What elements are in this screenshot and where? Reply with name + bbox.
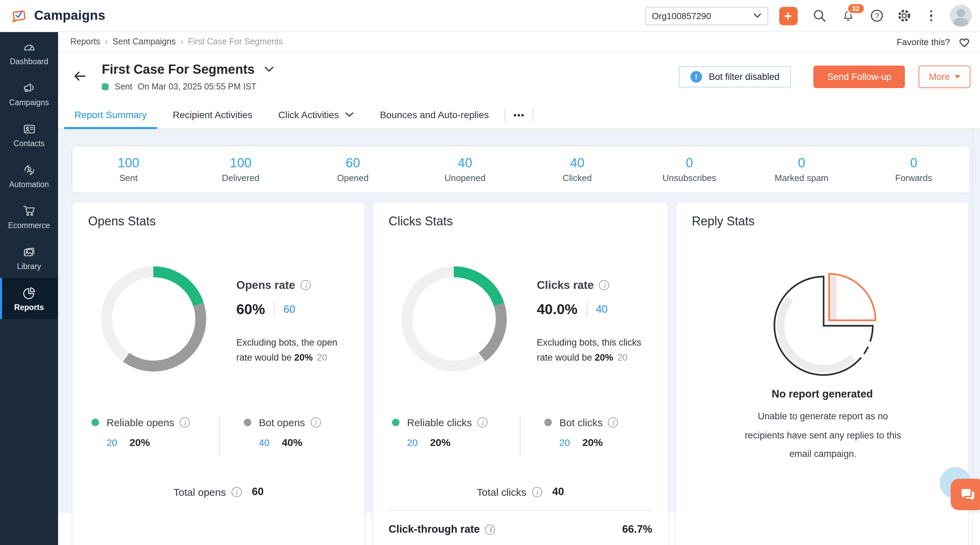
tab-recipient-activities[interactable]: Recipient Activities <box>162 101 262 129</box>
chevron-down-icon <box>345 112 354 118</box>
legend-label: Reliable opens <box>107 416 175 428</box>
info-icon[interactable]: i <box>477 417 488 427</box>
sidebar-item-reports[interactable]: Reports <box>0 278 58 319</box>
opens-rate-value: 60% <box>236 301 265 318</box>
automation-icon <box>22 162 37 178</box>
stat-value[interactable]: 0 <box>745 156 858 171</box>
total-clicks-value: 40 <box>552 486 564 498</box>
legend-label: Bot clicks <box>559 416 603 428</box>
stat-label: Unopened <box>409 173 522 183</box>
sidebar-item-label: Ecommerce <box>8 221 50 229</box>
notifications-button[interactable]: 32 <box>841 8 855 23</box>
stat-value[interactable]: 0 <box>858 156 970 171</box>
info-icon[interactable]: i <box>231 486 242 497</box>
stat-label: Clicked <box>521 173 633 183</box>
total-opens-label: Total opens <box>173 486 226 497</box>
gear-icon <box>897 9 911 22</box>
breadcrumb-reports[interactable]: Reports <box>70 37 100 46</box>
dashboard-icon <box>22 40 37 55</box>
chevron-down-icon <box>753 13 761 18</box>
search-button[interactable] <box>812 9 826 22</box>
help-button[interactable]: ? <box>870 9 883 22</box>
stat-clicked: 40 Clicked <box>521 156 633 183</box>
reports-pie-icon <box>22 286 37 300</box>
heart-icon <box>958 36 970 48</box>
tab-bounces-auto-replies[interactable]: Bounces and Auto-replies <box>369 101 499 129</box>
campaign-header: First Case For Segments Sent On Mar 03, … <box>58 52 980 101</box>
legend-count[interactable]: 40 <box>259 437 269 448</box>
app-name: Campaigns <box>34 8 105 23</box>
legend-count[interactable]: 20 <box>107 437 117 448</box>
divider <box>388 510 652 511</box>
gray-legend-dot <box>544 419 552 426</box>
sidebar-item-campaigns[interactable]: Campaigns <box>0 73 58 114</box>
total-clicks-label: Total clicks <box>477 486 526 497</box>
opens-rate-label: Opens rate <box>236 279 295 292</box>
stat-value[interactable]: 100 <box>185 156 297 171</box>
stat-value[interactable]: 40 <box>409 156 522 171</box>
tabs-overflow-button[interactable]: ••• <box>505 101 533 129</box>
legend-divider <box>219 415 220 456</box>
info-icon[interactable]: i <box>301 280 311 290</box>
stat-label: Delivered <box>185 173 297 183</box>
no-report-message: Unable to generate report as no recipien… <box>737 407 909 464</box>
info-icon[interactable]: i <box>608 417 618 427</box>
stat-value[interactable]: 60 <box>297 156 409 171</box>
clicks-count[interactable]: 40 <box>596 303 608 316</box>
search-icon <box>812 9 826 22</box>
back-button[interactable] <box>73 70 86 85</box>
sidebar-item-ecommerce[interactable]: Ecommerce <box>0 196 58 237</box>
total-opens-value: 60 <box>252 486 264 498</box>
stat-value[interactable]: 0 <box>633 156 746 171</box>
opens-stats-card: Opens Stats Opens rate i 60% 60 Excludin… <box>72 202 365 545</box>
avatar[interactable] <box>950 5 972 27</box>
campaign-title-dropdown[interactable] <box>264 66 274 72</box>
legend-count[interactable]: 20 <box>407 437 418 448</box>
reliable-clicks-legend: Reliable clicks i 20 20% <box>392 416 488 448</box>
report-content: 100 Sent 100 Delivered 60 Opened 40 Unop… <box>58 129 980 513</box>
sidebar-item-dashboard[interactable]: Dashboard <box>0 32 58 73</box>
opens-count[interactable]: 60 <box>283 303 295 316</box>
summary-stats-card: 100 Sent 100 Delivered 60 Opened 40 Unop… <box>72 145 970 193</box>
legend-count[interactable]: 20 <box>559 437 570 448</box>
stat-forwards: 0 Forwards <box>858 156 970 183</box>
chat-widget-button[interactable] <box>951 479 980 510</box>
favorite-heart-button[interactable] <box>958 36 970 48</box>
settings-button[interactable] <box>897 9 911 22</box>
info-icon[interactable]: i <box>485 524 495 534</box>
stat-opened: 60 Opened <box>297 156 409 183</box>
sidebar-item-label: Campaigns <box>9 99 49 106</box>
legend-percent: 40% <box>282 436 302 448</box>
send-followup-button[interactable]: Send Follow-up <box>814 65 905 88</box>
info-icon[interactable]: i <box>310 417 321 427</box>
sidebar-item-contacts[interactable]: Contacts <box>0 114 58 155</box>
info-icon[interactable]: i <box>180 417 190 427</box>
alert-info-icon: ! <box>690 71 702 82</box>
reply-pie-illustration <box>762 261 885 384</box>
org-selector[interactable]: Org100857290 <box>645 6 768 25</box>
sidebar-item-library[interactable]: Library <box>0 237 58 278</box>
tab-report-summary[interactable]: Report Summary <box>64 101 157 129</box>
chevron-down-icon <box>264 66 274 72</box>
breadcrumb-sent-campaigns[interactable]: Sent Campaigns <box>113 37 176 46</box>
clicks-note: Excluding bots, this clicks rate would b… <box>537 335 654 366</box>
more-button-label: More <box>929 72 950 82</box>
create-new-button[interactable]: + <box>779 6 797 25</box>
report-tabs: Report Summary Recipient Activities Clic… <box>58 101 980 129</box>
more-button[interactable]: More <box>918 65 970 88</box>
no-report-heading: No report generated <box>676 388 968 400</box>
stat-unopened: 40 Unopened <box>409 156 522 183</box>
info-icon[interactable]: i <box>599 280 609 290</box>
tab-click-activities[interactable]: Click Activities <box>268 101 364 129</box>
stat-marked-spam: 0 Marked spam <box>745 156 858 183</box>
more-menu-button[interactable] <box>926 9 936 23</box>
stat-value[interactable]: 100 <box>72 156 185 171</box>
sidebar-item-automation[interactable]: Automation <box>0 155 58 196</box>
info-icon[interactable]: i <box>532 486 542 497</box>
notification-badge: 32 <box>846 2 865 14</box>
campaign-title: First Case For Segments <box>102 62 255 77</box>
stat-label: Marked spam <box>745 173 858 183</box>
stat-value[interactable]: 40 <box>521 156 633 171</box>
breadcrumb-current: First Case For Segments <box>188 37 283 46</box>
bot-filter-disabled-chip[interactable]: ! Bot filter disabled <box>679 66 791 87</box>
